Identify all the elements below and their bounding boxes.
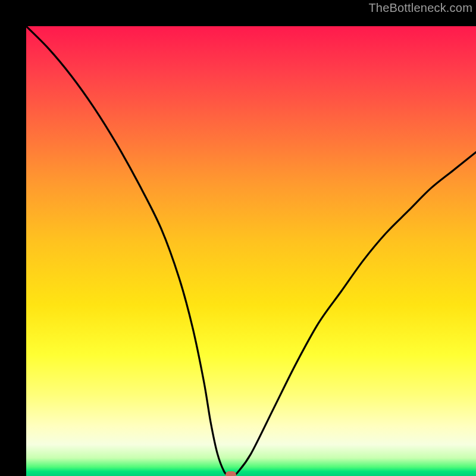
watermark-text: TheBottleneck.com bbox=[368, 1, 472, 15]
bottleneck-curve bbox=[26, 26, 476, 476]
optimum-marker bbox=[226, 471, 236, 476]
chart-frame bbox=[0, 0, 476, 476]
plot-area bbox=[26, 26, 476, 476]
curve-path bbox=[26, 26, 476, 475]
